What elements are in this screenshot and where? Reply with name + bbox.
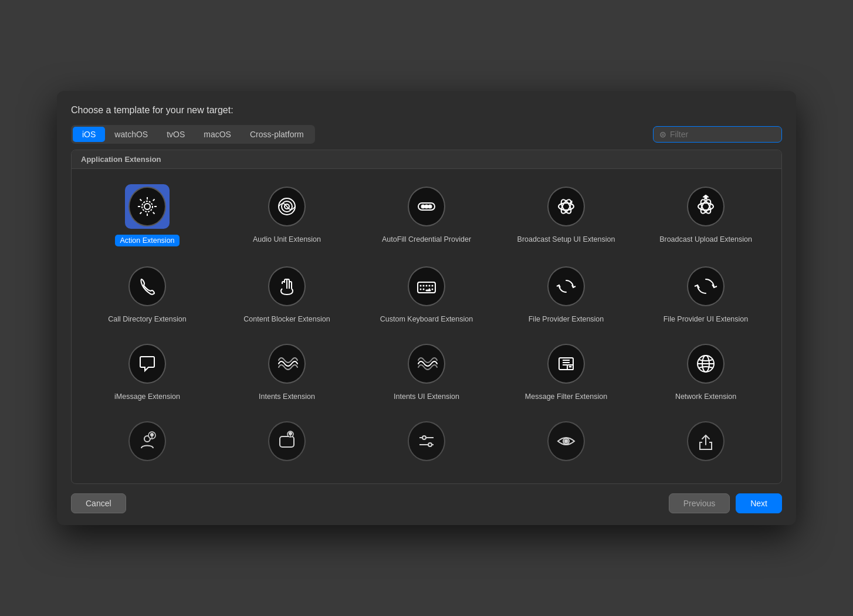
file-provider-icon-wrapper xyxy=(544,264,588,309)
audio-unit-label: Audio Unit Extension xyxy=(253,235,321,244)
item-partial4[interactable] xyxy=(496,409,636,478)
waves2-icon xyxy=(408,344,445,384)
item-network[interactable]: Network Extension xyxy=(636,332,776,409)
broadcast-upload-label: Broadcast Upload Extension xyxy=(659,235,752,244)
dots-icon xyxy=(408,187,445,226)
item-partial3[interactable] xyxy=(357,409,496,478)
item-partial5[interactable] xyxy=(636,409,776,478)
next-button[interactable]: Next xyxy=(736,493,782,513)
layers-rotate-icon xyxy=(547,187,585,226)
svg-point-46 xyxy=(428,443,432,446)
partial5-icon-wrapper xyxy=(683,419,728,463)
svg-point-12 xyxy=(698,203,713,210)
call-directory-label: Call Directory Extension xyxy=(108,314,186,324)
message-filter-label: Message Filter Extension xyxy=(525,392,607,401)
svg-point-37 xyxy=(151,434,153,436)
item-action-extension[interactable]: Action Extension xyxy=(77,175,217,255)
partial3-icon-wrapper xyxy=(404,419,449,463)
bottom-row: Cancel Previous Next xyxy=(71,484,782,513)
svg-point-44 xyxy=(422,436,426,439)
sliders-icon xyxy=(408,421,445,461)
person-circle-icon xyxy=(128,421,166,461)
item-file-provider[interactable]: File Provider Extension xyxy=(496,255,636,332)
item-autofill-credential[interactable]: AutoFill Credential Provider xyxy=(357,175,496,255)
intents-label: Intents Extension xyxy=(259,392,315,401)
layers-rotate2-icon xyxy=(687,187,725,226)
svg-point-41 xyxy=(289,432,292,435)
person-circle2-icon xyxy=(268,421,306,461)
intents-ui-label: Intents UI Extension xyxy=(394,392,459,401)
item-file-provider-ui[interactable]: File Provider UI Extension xyxy=(636,255,776,332)
gear-icon xyxy=(128,187,166,226)
tab-macos[interactable]: macOS xyxy=(194,127,241,142)
item-broadcast-setup-ui[interactable]: Broadcast Setup UI Extension xyxy=(496,175,636,255)
tab-bar: iOS watchOS tvOS macOS Cross-platform xyxy=(71,125,315,144)
file-provider-ui-icon-wrapper xyxy=(683,264,728,309)
item-imessage[interactable]: iMessage Extension xyxy=(77,332,217,409)
item-intents-ui[interactable]: Intents UI Extension xyxy=(357,332,496,409)
item-message-filter[interactable]: Message Filter Extension xyxy=(496,332,636,409)
tab-ios[interactable]: iOS xyxy=(73,127,105,142)
eye-icon xyxy=(547,421,585,461)
previous-button[interactable]: Previous xyxy=(669,493,730,513)
item-audio-unit-extension[interactable]: Audio Unit Extension xyxy=(217,175,357,255)
broadcast-setup-icon-wrapper xyxy=(544,184,588,229)
network-icon-wrapper xyxy=(683,341,728,386)
content-area: Application Extension Action Extension xyxy=(71,150,782,485)
item-partial1[interactable] xyxy=(77,409,217,478)
svg-point-8 xyxy=(429,205,432,208)
msgbox-icon xyxy=(547,344,585,384)
file-provider-label: File Provider Extension xyxy=(529,314,604,324)
waves-icon xyxy=(268,344,306,384)
call-directory-icon-wrapper xyxy=(125,264,170,309)
content-blocker-label: Content Blocker Extension xyxy=(243,314,330,324)
nav-group: Previous Next xyxy=(669,493,782,513)
partial1-icon-wrapper xyxy=(125,419,170,463)
tab-watchos[interactable]: watchOS xyxy=(105,127,157,142)
imessage-icon-wrapper xyxy=(125,341,170,386)
svg-rect-39 xyxy=(280,436,294,447)
broadcast-upload-icon-wrapper xyxy=(683,184,728,229)
autofill-icon-wrapper xyxy=(404,184,449,229)
network-label: Network Extension xyxy=(675,392,736,401)
partial4-icon-wrapper xyxy=(544,419,588,463)
item-intents[interactable]: Intents Extension xyxy=(217,332,357,409)
keyboard-icon xyxy=(408,266,445,306)
audio-unit-icon-wrapper xyxy=(265,184,309,229)
item-broadcast-upload[interactable]: Broadcast Upload Extension xyxy=(636,175,776,255)
sync2-icon xyxy=(687,266,725,306)
sync-icon xyxy=(547,266,585,306)
tab-tvos[interactable]: tvOS xyxy=(157,127,194,142)
svg-point-9 xyxy=(558,203,574,210)
imessage-label: iMessage Extension xyxy=(114,392,180,401)
item-partial2[interactable] xyxy=(217,409,357,478)
phone-icon xyxy=(128,266,166,306)
svg-point-1 xyxy=(142,201,153,212)
custom-keyboard-label: Custom Keyboard Extension xyxy=(380,314,473,324)
file-provider-ui-label: File Provider UI Extension xyxy=(664,314,749,324)
partial2-icon-wrapper xyxy=(265,419,309,463)
extensions-grid: Action Extension Audio Unit Extension xyxy=(72,169,781,484)
item-content-blocker[interactable]: Content Blocker Extension xyxy=(217,255,357,332)
share-icon xyxy=(687,421,725,461)
filter-icon: ⊜ xyxy=(659,130,666,139)
svg-point-7 xyxy=(425,205,428,208)
svg-point-48 xyxy=(565,440,568,443)
item-call-directory[interactable]: Call Directory Extension xyxy=(77,255,217,332)
hand-icon xyxy=(268,266,306,306)
chat-icon xyxy=(128,344,166,384)
cancel-button[interactable]: Cancel xyxy=(71,493,126,513)
filter-input[interactable] xyxy=(670,130,776,139)
toolbar: iOS watchOS tvOS macOS Cross-platform ⊜ xyxy=(71,125,782,144)
action-extension-label: Action Extension xyxy=(115,235,179,246)
tab-crossplatform[interactable]: Cross-platform xyxy=(241,127,313,142)
section-header: Application Extension xyxy=(72,150,781,169)
autofill-label: AutoFill Credential Provider xyxy=(382,235,471,244)
intents-icon-wrapper xyxy=(265,341,309,386)
audio-icon xyxy=(268,187,306,226)
item-custom-keyboard[interactable]: Custom Keyboard Extension xyxy=(357,255,496,332)
dialog-title: Choose a template for your new target: xyxy=(71,105,782,116)
broadcast-setup-label: Broadcast Setup UI Extension xyxy=(517,235,615,244)
template-dialog: Choose a template for your new target: i… xyxy=(57,91,796,526)
custom-keyboard-icon-wrapper xyxy=(404,264,449,309)
